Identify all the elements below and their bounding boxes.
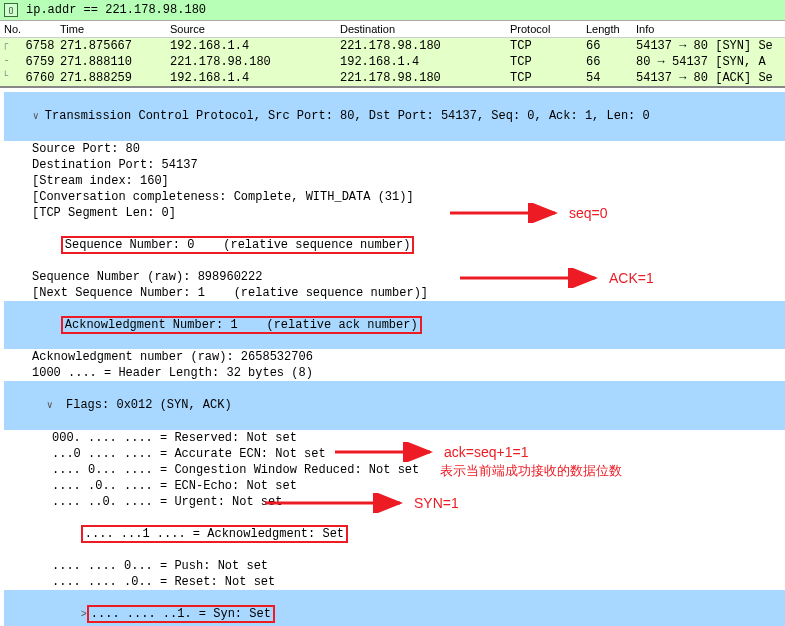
col-header-len[interactable]: Length (586, 23, 636, 35)
bookmark-icon[interactable]: ▯ (4, 3, 18, 17)
detail-line[interactable]: [TCP Segment Len: 0] (4, 205, 785, 221)
cell-proto: TCP (510, 55, 586, 69)
expand-toggle[interactable]: ∨ (47, 398, 57, 414)
flag-line[interactable]: .... .... 0... = Push: Not set (4, 558, 785, 574)
cell-src: 192.168.1.4 (170, 39, 340, 53)
annotation-text: ack=seq+1=1 (444, 444, 528, 460)
col-header-proto[interactable]: Protocol (510, 23, 586, 35)
detail-line[interactable]: [Conversation completeness: Complete, WI… (4, 189, 785, 205)
display-filter-bar: ▯ (0, 0, 785, 21)
cell-dst: 221.178.98.180 (340, 39, 510, 53)
packet-list: No. Time Source Destination Protocol Len… (0, 21, 785, 88)
detail-line[interactable]: Acknowledgment number (raw): 2658532706 (4, 349, 785, 365)
cell-proto: TCP (510, 39, 586, 53)
cell-len: 66 (586, 55, 636, 69)
cell-dst: 221.178.98.180 (340, 71, 510, 85)
annotation-text: seq=0 (569, 205, 608, 221)
flag-line[interactable]: .... .... .0.. = Reset: Not set (4, 574, 785, 590)
cell-time: 271.888110 (60, 55, 170, 69)
seq-number-box: Sequence Number: 0 (relative sequence nu… (61, 236, 415, 254)
annotation-seq: seq=0 (445, 203, 608, 223)
cell-info: 54137 → 80 [SYN] Se (636, 39, 785, 53)
tcp-header-text: Transmission Control Protocol, Src Port:… (45, 109, 650, 123)
flag-ack-box: .... ...1 .... = Acknowledgment: Set (81, 525, 348, 543)
cell-len: 54 (586, 71, 636, 85)
seq-number-line[interactable]: Sequence Number: 0 (relative sequence nu… (4, 221, 785, 269)
ack-number-box: Acknowledgment Number: 1 (relative ack n… (61, 316, 422, 334)
cell-info: 80 → 54137 [SYN, A (636, 55, 785, 69)
flags-header-line[interactable]: ∨ Flags: 0x012 (SYN, ACK) (4, 381, 785, 430)
cell-src: 192.168.1.4 (170, 71, 340, 85)
cell-len: 66 (586, 39, 636, 53)
detail-line[interactable]: Destination Port: 54137 (4, 157, 785, 173)
detail-line[interactable]: Source Port: 80 (4, 141, 785, 157)
col-header-dst[interactable]: Destination (340, 23, 510, 35)
cell-info: 54137 → 80 [ACK] Se (636, 71, 785, 85)
detail-line[interactable]: 1000 .... = Header Length: 32 bytes (8) (4, 365, 785, 381)
col-header-info[interactable]: Info (636, 23, 785, 35)
cell-no: 6759 (26, 55, 55, 69)
packet-row[interactable]: ┌ 6758 271.875667 192.168.1.4 221.178.98… (0, 38, 785, 54)
packet-row[interactable]: └ 6760 271.888259 192.168.1.4 221.178.98… (0, 70, 785, 86)
flag-line[interactable]: .... .0.. .... = ECN-Echo: Not set (4, 478, 785, 494)
flag-syn-line[interactable]: >.... .... ..1. = Syn: Set (4, 590, 785, 626)
annotation-subtext: 表示当前端成功接收的数据位数 (440, 462, 622, 480)
cell-time: 271.888259 (60, 71, 170, 85)
cell-src: 221.178.98.180 (170, 55, 340, 69)
col-header-time[interactable]: Time (60, 23, 170, 35)
cell-dst: 192.168.1.4 (340, 55, 510, 69)
detail-line[interactable]: Sequence Number (raw): 898960222 (4, 269, 785, 285)
packet-row[interactable]: ╶ 6759 271.888110 221.178.98.180 192.168… (0, 54, 785, 70)
flag-syn-box: .... .... ..1. = Syn: Set (87, 605, 275, 623)
cell-time: 271.875667 (60, 39, 170, 53)
annotation-text: SYN=1 (414, 495, 459, 511)
annotation-ack-upper: ACK=1 (455, 268, 654, 288)
annotation-syn: SYN=1 (260, 493, 459, 513)
packet-details: ∨Transmission Control Protocol, Src Port… (0, 88, 785, 626)
col-header-no[interactable]: No. (0, 23, 60, 35)
ack-number-line[interactable]: Acknowledgment Number: 1 (relative ack n… (4, 301, 785, 349)
detail-line[interactable]: [Stream index: 160] (4, 173, 785, 189)
annotation-ack-eq: ack=seq+1=1 表示当前端成功接收的数据位数 (330, 442, 622, 480)
cell-proto: TCP (510, 71, 586, 85)
detail-line[interactable]: [Next Sequence Number: 1 (relative seque… (4, 285, 785, 301)
display-filter-input[interactable] (24, 2, 781, 18)
col-header-src[interactable]: Source (170, 23, 340, 35)
cell-no: 6760 (26, 71, 55, 85)
flag-ack-line[interactable]: .... ...1 .... = Acknowledgment: Set (4, 510, 785, 558)
expand-toggle[interactable]: ∨ (33, 109, 43, 125)
cell-no: 6758 (26, 39, 55, 53)
packet-list-header: No. Time Source Destination Protocol Len… (0, 21, 785, 38)
annotation-text: ACK=1 (609, 270, 654, 286)
flags-header-text: Flags: 0x012 (SYN, ACK) (66, 398, 232, 412)
tcp-header-line[interactable]: ∨Transmission Control Protocol, Src Port… (4, 92, 785, 141)
